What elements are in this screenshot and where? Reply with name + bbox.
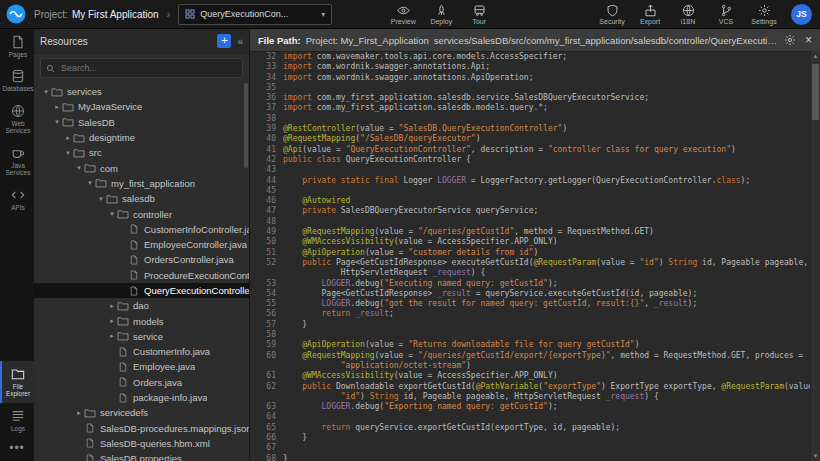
- code-line[interactable]: 42public class QueryExecutionController …: [250, 155, 811, 165]
- code-line[interactable]: 37import com.my_first_application.salesd…: [250, 103, 811, 113]
- code-line[interactable]: 54 Page<GetCustIdResponse> _result = que…: [250, 289, 811, 299]
- code-lines[interactable]: 32import com.wavemaker.tools.api.core.mo…: [250, 52, 820, 461]
- tree-item-servicedefs[interactable]: ▸servicedefs: [34, 405, 249, 420]
- code-line[interactable]: 40@RequestMapping("/SalesDB/queryExecuto…: [250, 134, 811, 144]
- caret-down-icon[interactable]: ▾: [96, 195, 106, 203]
- tree-item-package-info.java[interactable]: package-info.java: [34, 390, 249, 405]
- code-line[interactable]: 32import com.wavemaker.tools.api.core.mo…: [250, 52, 811, 62]
- code-line[interactable]: 62 public Downloadable exportGetCustId(@…: [250, 382, 811, 392]
- caret-right-icon[interactable]: ▸: [107, 302, 117, 310]
- export-button[interactable]: Export: [631, 2, 669, 27]
- deploy-button[interactable]: Deploy: [422, 2, 460, 27]
- caret-down-icon[interactable]: ▾: [63, 149, 73, 157]
- code-line[interactable]: 63 LOGGER.debug("Exporting named query: …: [250, 402, 811, 412]
- sidebar-item-apis[interactable]: APIs: [0, 182, 34, 216]
- sidebar-item-pages[interactable]: Pages: [0, 29, 34, 63]
- code-line[interactable]: 56 return _result;: [250, 309, 811, 319]
- tree-item-employeecontroller.java[interactable]: EmployeeController.java: [34, 237, 249, 252]
- code-line[interactable]: 60 @RequestMapping(value = "/queries/get…: [250, 351, 811, 361]
- code-line[interactable]: 67: [250, 443, 811, 453]
- tree-item-controller[interactable]: ▾controller: [34, 206, 249, 221]
- security-button[interactable]: Security: [593, 2, 631, 27]
- caret-right-icon[interactable]: ▸: [107, 317, 117, 325]
- code-line[interactable]: 64: [250, 412, 811, 422]
- sidebar-item-java-services[interactable]: Java Services: [0, 140, 34, 182]
- code-line[interactable]: 33import com.wordnik.swagger.annotations…: [250, 62, 811, 72]
- add-resource-button[interactable]: +: [217, 34, 231, 48]
- tree-item-orders.java[interactable]: Orders.java: [34, 375, 249, 390]
- tree-item-queryexecutioncontroller.java[interactable]: QueryExecutionController.java: [34, 283, 249, 298]
- code-line[interactable]: 68}: [250, 454, 811, 461]
- caret-down-icon[interactable]: ▾: [52, 118, 62, 126]
- preview-button[interactable]: Preview: [384, 2, 422, 27]
- tree-item-designtime[interactable]: ▸designtime: [34, 130, 249, 145]
- code-line[interactable]: 47 private SalesDBQueryExecutorService q…: [250, 206, 811, 216]
- code-line[interactable]: 65 return queryService.exportGetCustId(e…: [250, 423, 811, 433]
- code-line[interactable]: 50 @WMAccessVisibility(value = AccessSpe…: [250, 237, 811, 247]
- code-line[interactable]: 35: [250, 83, 811, 93]
- scroll-up-arrow[interactable]: ▲: [811, 51, 820, 61]
- caret-right-icon[interactable]: ▸: [52, 103, 62, 111]
- sidebar-item-logs[interactable]: Logs: [0, 403, 34, 437]
- code-line[interactable]: 55 LOGGER.debug("got the result for name…: [250, 299, 811, 309]
- collapse-panel-button[interactable]: «: [237, 36, 243, 47]
- code-line[interactable]: 41@Api(value = "QueryExecutionController…: [250, 145, 811, 155]
- tree-item-models[interactable]: ▸models: [34, 313, 249, 328]
- code-line[interactable]: 39@RestController(value = "SalesDB.Query…: [250, 124, 811, 134]
- caret-down-icon[interactable]: ▾: [85, 179, 95, 187]
- tree-item-com[interactable]: ▾com: [34, 160, 249, 175]
- app-logo-icon[interactable]: [6, 4, 26, 24]
- settings-button[interactable]: Settings: [745, 2, 783, 27]
- tree-item-salesdb.properties[interactable]: SalesDB.properties: [34, 451, 249, 461]
- tree-item-salesdb[interactable]: ▾salesdb: [34, 191, 249, 206]
- code-line[interactable]: 61 @WMAccessVisibility(value = AccessSpe…: [250, 371, 811, 381]
- more-options-icon[interactable]: •••: [0, 437, 34, 461]
- code-line[interactable]: 34import com.wordnik.swagger.annotations…: [250, 73, 811, 83]
- caret-down-icon[interactable]: ▾: [74, 164, 84, 172]
- code-line[interactable]: 49 @RequestMapping(value = "/queries/get…: [250, 227, 811, 237]
- search-input[interactable]: [59, 62, 237, 74]
- tree-item-customerinfo.java[interactable]: CustomerInfo.java: [34, 344, 249, 359]
- code-line[interactable]: 51 @ApiOperation(value = "customer detai…: [250, 248, 811, 258]
- tree-scrollbar-thumb[interactable]: [244, 83, 248, 168]
- code-line[interactable]: 43: [250, 165, 811, 175]
- code-line[interactable]: HttpServletRequest _request) {: [250, 268, 811, 278]
- tree-item-my_first_application[interactable]: ▾my_first_application: [34, 176, 249, 191]
- page-selector-dropdown[interactable]: QueryExecutionCon... ▾: [178, 4, 332, 25]
- tree-item-employee.java[interactable]: Employee.java: [34, 359, 249, 374]
- tree-item-services[interactable]: ▾services: [34, 84, 249, 99]
- caret-right-icon[interactable]: ▸: [63, 134, 73, 142]
- code-line[interactable]: 66 }: [250, 433, 811, 443]
- i18n-button[interactable]: i18N: [669, 2, 707, 27]
- tree-item-salesdb[interactable]: ▾SalesDB: [34, 115, 249, 130]
- scroll-down-arrow[interactable]: ▼: [811, 451, 820, 461]
- tree-item-customerinfocontroller.java[interactable]: CustomerInfoController.java: [34, 222, 249, 237]
- tree-item-orderscontroller.java[interactable]: OrdersController.java: [34, 252, 249, 267]
- code-line[interactable]: 36import com.my_first_application.salesd…: [250, 93, 811, 103]
- sidebar-item-file-explorer[interactable]: File Explorer: [0, 361, 34, 403]
- caret-right-icon[interactable]: ▸: [107, 332, 117, 340]
- editor-settings-gear-icon[interactable]: [784, 34, 796, 46]
- code-line[interactable]: 44 private static final Logger LOGGER = …: [250, 176, 811, 186]
- caret-right-icon[interactable]: ▸: [74, 409, 84, 417]
- code-line[interactable]: 57 }: [250, 320, 811, 330]
- code-line[interactable]: 45: [250, 186, 811, 196]
- caret-down-icon[interactable]: ▾: [41, 88, 51, 96]
- tree-item-src[interactable]: ▾src: [34, 145, 249, 160]
- code-line[interactable]: "application/octet-stream"): [250, 361, 811, 371]
- code-line[interactable]: 59 @ApiOperation(value = "Returns downlo…: [250, 340, 811, 350]
- user-avatar[interactable]: JS: [791, 4, 812, 25]
- code-line[interactable]: 46 @Autowired: [250, 196, 811, 206]
- tree-item-procedureexecutioncontroller.java[interactable]: ProcedureExecutionController.java: [34, 268, 249, 283]
- editor-scrollbar-thumb[interactable]: [812, 64, 819, 120]
- code-line[interactable]: 53 LOGGER.debug("Executing named query: …: [250, 279, 811, 289]
- tree-item-dao[interactable]: ▸dao: [34, 298, 249, 313]
- code-line[interactable]: 52 public Page<GetCustIdResponse> execut…: [250, 258, 811, 268]
- tree-item-salesdb-queries.hbm.xml[interactable]: SalesDB-queries.hbm.xml: [34, 436, 249, 451]
- tree-item-service[interactable]: ▸service: [34, 329, 249, 344]
- tree-item-myjavaservice[interactable]: ▸MyJavaService: [34, 99, 249, 114]
- code-line[interactable]: "id") String id, Pageable pageable, Http…: [250, 392, 811, 402]
- tour-button[interactable]: Tour: [460, 2, 498, 27]
- sidebar-item-databases[interactable]: Databases: [0, 63, 34, 97]
- close-file-icon[interactable]: ×: [805, 34, 812, 46]
